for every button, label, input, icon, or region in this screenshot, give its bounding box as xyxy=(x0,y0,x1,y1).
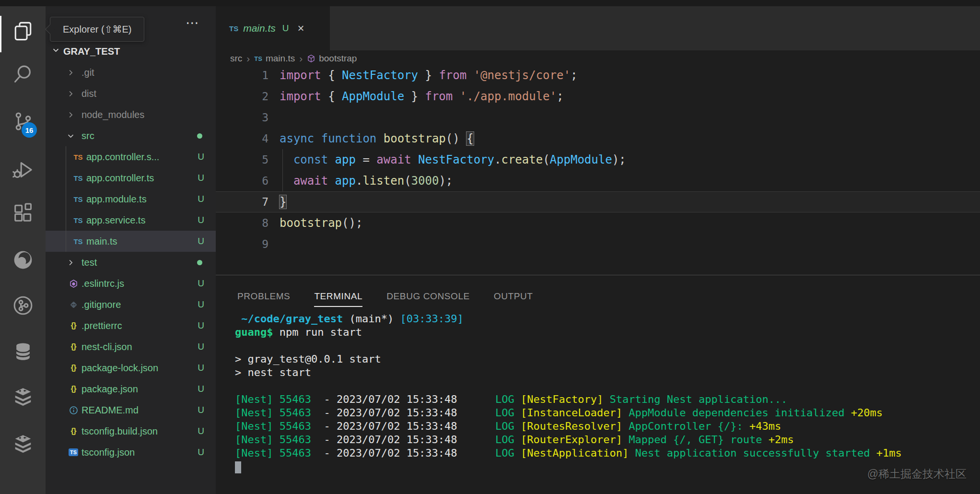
tree-item-tsconfig.json[interactable]: TStsconfig.jsonU xyxy=(46,442,216,463)
activitybar-explorer-icon[interactable] xyxy=(0,20,46,43)
eslint-icon xyxy=(66,279,81,289)
typescript-file-icon: TS xyxy=(71,216,85,224)
terminal-line-2: guang$ npm run start xyxy=(235,326,970,339)
gitignore-icon xyxy=(66,300,81,310)
git-untracked-badge: U xyxy=(198,215,204,225)
editor-area: TS main.ts U × src›TSmain.ts›bootstrap 1… xyxy=(216,6,980,494)
breadcrumb: src›TSmain.ts›bootstrap xyxy=(216,50,980,67)
chevron-down-icon xyxy=(66,131,81,141)
code-line-2[interactable]: 2import { AppModule } from './app.module… xyxy=(216,86,980,107)
terminal-line-1: ~/code/gray_test (main*) [03:33:39] xyxy=(235,312,970,326)
activitybar-database-icon[interactable] xyxy=(0,340,46,363)
tree-item-package.json[interactable]: {}package.jsonU xyxy=(46,378,216,400)
tree-item-app.module.ts[interactable]: TSapp.module.tsU xyxy=(46,188,216,210)
typescript-file-icon: TS xyxy=(71,237,85,246)
tree-item-.eslintrc.js[interactable]: .eslintrc.jsU xyxy=(46,273,216,294)
activitybar-gitlens-icon[interactable] xyxy=(0,294,46,317)
terminal-line-11: [Nest] 55463 - 2023/07/02 15:33:48 LOG [… xyxy=(235,447,970,460)
tree-item-app.controller.s...[interactable]: TSapp.controller.s...U xyxy=(46,146,216,167)
typescript-file-icon: TS xyxy=(71,174,85,182)
code-text: bootstrap(); xyxy=(280,216,362,230)
tree-root-gray-test[interactable]: GRAY_TEST xyxy=(46,41,216,62)
git-untracked-badge: U xyxy=(198,320,204,331)
tree-item-.prettierrc[interactable]: {}.prettierrcU xyxy=(46,315,216,336)
git-untracked-badge: U xyxy=(198,447,204,458)
file-label: package.json xyxy=(82,384,138,395)
breadcrumb-item-bootstrap[interactable]: bootstrap xyxy=(307,53,357,64)
line-number: 2 xyxy=(216,90,268,103)
panel-tab-debug-console[interactable]: DEBUG CONSOLE xyxy=(386,286,470,307)
tree-item-test[interactable]: test xyxy=(46,252,216,273)
tree-item-dist[interactable]: dist xyxy=(46,83,216,104)
git-modified-dot-badge xyxy=(197,133,202,139)
code-line-4[interactable]: 4async function bootstrap() { xyxy=(216,128,980,149)
tree-indent-guide xyxy=(66,146,66,252)
activitybar-run-and-debug-icon[interactable] xyxy=(0,158,46,181)
tree-item-src[interactable]: src xyxy=(46,125,216,146)
git-untracked-badge: U xyxy=(198,341,204,352)
tree-item-.git[interactable]: .git xyxy=(46,62,216,83)
file-label: test xyxy=(82,257,97,268)
git-untracked-badge: U xyxy=(198,194,204,204)
terminal-line-3 xyxy=(235,339,970,353)
tree-item-tsconfig.build.json[interactable]: {}tsconfig.build.jsonU xyxy=(46,421,216,442)
terminal[interactable]: ~/code/gray_test (main*) [03:33:39]guang… xyxy=(235,312,970,473)
titlebar-strip xyxy=(0,0,980,6)
code-line-9[interactable]: 9 xyxy=(216,234,980,255)
tree-item-app.controller.ts[interactable]: TSapp.controller.tsU xyxy=(46,167,216,188)
code-line-8[interactable]: 8bootstrap(); xyxy=(216,212,980,234)
tree-item-nest-cli.json[interactable]: {}nest-cli.jsonU xyxy=(46,336,216,357)
activitybar-edge-browser-icon[interactable] xyxy=(0,248,46,271)
panel-tab-problems[interactable]: PROBLEMS xyxy=(237,286,290,307)
file-label: .git xyxy=(82,67,94,78)
terminal-line-8: [Nest] 55463 - 2023/07/02 15:33:48 LOG [… xyxy=(235,406,970,420)
activitybar-redis-2-icon[interactable] xyxy=(0,433,46,456)
git-untracked-badge: U xyxy=(198,236,204,247)
breadcrumb-item-src[interactable]: src xyxy=(230,53,242,64)
file-label: .gitignore xyxy=(82,299,121,310)
tree-item-.gitignore[interactable]: .gitignoreU xyxy=(46,294,216,315)
close-icon[interactable]: × xyxy=(298,22,304,35)
code-line-1[interactable]: 1import { NestFactory } from '@nestjs/co… xyxy=(216,65,980,86)
tree-item-node-modules[interactable]: node_modules xyxy=(46,104,216,125)
code-line-7[interactable]: 7} xyxy=(216,191,980,212)
panel-tabs: PROBLEMSTERMINALDEBUG CONSOLEOUTPUT xyxy=(237,286,533,307)
line-number: 5 xyxy=(216,153,268,166)
ts-file-icon: TS xyxy=(229,24,238,33)
tree-item-README.md[interactable]: README.mdU xyxy=(46,400,216,421)
panel-tab-terminal[interactable]: TERMINAL xyxy=(314,286,362,307)
breadcrumb-item-main.ts[interactable]: TSmain.ts xyxy=(254,53,295,64)
json-file-icon: {} xyxy=(66,426,81,436)
line-number: 6 xyxy=(216,175,268,187)
tab-main-ts[interactable]: TS main.ts U × xyxy=(216,6,330,50)
code-text: const app = await NestFactory.create(App… xyxy=(280,153,626,166)
code-line-6[interactable]: 6 await app.listen(3000); xyxy=(216,170,980,191)
activitybar-source-control-icon[interactable]: 16 xyxy=(0,110,46,133)
code-line-5[interactable]: 5 const app = await NestFactory.create(A… xyxy=(216,149,980,170)
json-file-icon: {} xyxy=(66,363,81,373)
activitybar-extensions-icon[interactable] xyxy=(0,202,46,225)
tree-item-package-lock.json[interactable]: {}package-lock.jsonU xyxy=(46,357,216,378)
views-more-actions-icon[interactable]: ⋯ xyxy=(186,15,199,31)
code-editor[interactable]: 1import { NestFactory } from '@nestjs/co… xyxy=(216,65,980,255)
git-untracked-badge: U xyxy=(198,363,204,373)
git-untracked-badge: U xyxy=(282,23,289,34)
activitybar-search-icon[interactable] xyxy=(0,62,46,85)
explorer-sidebar: ⋯ GRAY_TEST .gitdistnode_modulessrcTSapp… xyxy=(46,6,216,494)
file-label: app.controller.s... xyxy=(86,152,159,163)
typescript-file-icon: TS xyxy=(254,55,262,62)
info-icon xyxy=(66,405,81,415)
code-line-3[interactable]: 3 xyxy=(216,107,980,128)
activity-bar: 16 xyxy=(0,6,46,494)
terminal-line-7: [Nest] 55463 - 2023/07/02 15:33:48 LOG [… xyxy=(235,393,970,406)
git-untracked-badge: U xyxy=(198,152,204,162)
tree-item-app.service.ts[interactable]: TSapp.service.tsU xyxy=(46,210,216,231)
panel-tab-output[interactable]: OUTPUT xyxy=(494,286,533,307)
json-file-icon: {} xyxy=(66,384,81,394)
file-label: node_modules xyxy=(82,109,144,120)
git-modified-dot-badge xyxy=(197,260,202,265)
tree-item-main.ts[interactable]: TSmain.tsU xyxy=(46,231,216,252)
file-label: package-lock.json xyxy=(82,363,158,374)
tsconfig-file-icon: TS xyxy=(66,448,81,456)
activitybar-redis-icon[interactable] xyxy=(0,386,46,409)
